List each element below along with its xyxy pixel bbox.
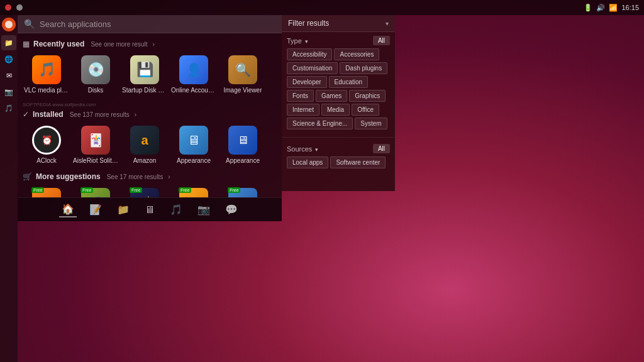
sidebar: 📁 🌐 ✉ 📷 🎵 (0, 15, 18, 362)
app-label-accounts: Online Accounts (171, 87, 216, 94)
app-label-aisle: AisleRiot Solitaire (73, 157, 118, 165)
app-item-lightlocker[interactable]: Free 🌙 Light Locker Settings (121, 185, 169, 197)
app-item-vlc[interactable]: 🎵 VLC media player (23, 52, 70, 97)
free-badge-kritag: Free (179, 187, 191, 193)
app-label-disks: Disks (88, 87, 103, 94)
image-icon: 🔍 (228, 55, 257, 84)
cat-home[interactable]: 🏠 (59, 202, 77, 217)
installed-title: Installed (33, 110, 64, 119)
app-label-appearance1: Appearance (177, 157, 211, 165)
type-section-title: Type ▾ (287, 37, 308, 45)
top-bar-right: 🔋 🔊 📶 16:15 (584, 4, 639, 12)
vlc-icon: 🎵 (32, 55, 61, 84)
sources-section-header: Sources ▾ All (287, 144, 390, 153)
suggestions-arrow: › (168, 173, 170, 180)
recently-used-icon: ▦ (23, 40, 30, 48)
cat-apps[interactable]: 📝 (87, 202, 104, 217)
top-bar: 🔋 🔊 📶 16:15 (0, 0, 644, 15)
filter-media[interactable]: Media (321, 104, 350, 116)
installed-link[interactable]: See 137 more results (70, 111, 130, 118)
app-item-window[interactable]: Free ℹ Window Mocker (219, 185, 267, 197)
app-item-accounts[interactable]: 👤 Online Accounts (170, 52, 218, 97)
softpedia-watermark: SOFTPEDIA www.softpedia.com (23, 102, 277, 107)
recently-used-header: ▦ Recently used See one more result › (23, 40, 277, 48)
cat-social[interactable]: 💬 (223, 202, 240, 217)
app-item-kritag[interactable]: Free ✏ Krita Gemini (170, 185, 218, 197)
volume-icon: 🔊 (596, 4, 605, 12)
app-item-amazon[interactable]: a Amazon (121, 123, 169, 167)
sources-section-title: Sources ▾ (287, 145, 318, 153)
filter-fonts[interactable]: Fonts (287, 90, 314, 102)
type-section-header: Type ▾ All (287, 36, 390, 45)
sidebar-item-3[interactable]: ✉ (1, 68, 16, 83)
filter-divider (282, 137, 395, 138)
app-item-appearance2[interactable]: 🖥 Appearance (219, 123, 267, 167)
cat-video[interactable]: 🖥 (142, 203, 157, 217)
filter-accessibility[interactable]: Accessibility (287, 48, 332, 60)
filter-customisation[interactable]: Customisation (287, 62, 338, 74)
filter-games[interactable]: Games (316, 90, 347, 102)
app-icon-amazon: a (130, 125, 160, 155)
app-item-startup[interactable]: 💾 Startup Disk Creator (121, 52, 169, 97)
app-item-disks[interactable]: 💿 Disks (72, 52, 119, 97)
suggestions-header: 🛒 More suggestions See 17 more results › (23, 172, 277, 181)
filter-science[interactable]: Science & Engine... (287, 118, 353, 129)
filter-accessories[interactable]: Accessories (334, 48, 379, 60)
filter-header: Filter results ▾ (282, 15, 395, 32)
app-item-image[interactable]: 🔍 Image Viewer (219, 52, 267, 97)
dash-panel: 🔍 ▦ Recently used See one more result › … (18, 15, 282, 221)
sidebar-item-5[interactable]: 🎵 (1, 101, 16, 116)
battery-icon: 🔋 (584, 4, 592, 12)
type-filter-section: Type ▾ All Accessibility Accessories Cus… (282, 32, 395, 134)
recently-used-arrow: › (152, 41, 154, 48)
type-chevron-icon: ▾ (305, 38, 308, 45)
app-icon-appearance1: 🖥 (179, 125, 209, 155)
installed-grid: ⏰ AClock 🃏 AisleRiot Solitaire a Amazon … (23, 123, 277, 167)
cat-files[interactable]: 📁 (114, 202, 132, 217)
filter-system[interactable]: System (355, 118, 387, 129)
app-icon-accounts: 👤 (179, 55, 209, 85)
filter-localapps[interactable]: Local apps (287, 156, 328, 168)
free-badge-kid3: Free (80, 187, 93, 193)
network-icon: 📶 (609, 4, 618, 12)
filter-office[interactable]: Office (352, 104, 379, 116)
filter-internet[interactable]: Internet (287, 104, 319, 116)
disks-icon: 💿 (81, 55, 110, 84)
app-item-appearance1[interactable]: 🖥 Appearance (170, 123, 218, 167)
app-icon-kritag: Free ✏ (179, 187, 209, 197)
ubuntu-indicator (5, 4, 11, 11)
filter-education[interactable]: Education (329, 76, 368, 88)
cat-photos[interactable]: 📷 (195, 202, 213, 217)
recently-used-link[interactable]: See one more result (91, 41, 147, 48)
type-all-button[interactable]: All (373, 36, 390, 45)
app-item-aclock[interactable]: ⏰ AClock (23, 123, 70, 167)
sidebar-item-2[interactable]: 🌐 (1, 52, 16, 67)
app-label-appearance2: Appearance (226, 157, 260, 165)
sidebar-item-1[interactable]: 📁 (1, 35, 16, 50)
app-item-kid3[interactable]: Free 🎵 Kid3-qt (72, 185, 119, 197)
aisle-icon: 🃏 (81, 126, 110, 155)
installed-header: ✓ Installed See 137 more results › (23, 110, 277, 119)
app-icon-appearance2: 🖥 (228, 125, 258, 155)
dash-content: ▦ Recently used See one more result › 🎵 … (18, 33, 282, 197)
suggestions-link[interactable]: See 17 more results (107, 173, 164, 180)
app-icon-lightlocker: Free 🌙 (130, 187, 160, 197)
accounts-icon: 👤 (179, 55, 208, 84)
clock: 16:15 (621, 4, 639, 11)
installed-arrow: › (135, 111, 136, 118)
app-icon-disks: 💿 (80, 55, 111, 85)
suggestions-grid: Free ✏ Krita Sketch Free 🎵 Kid3-qt Free … (23, 185, 277, 197)
app-item-aisle[interactable]: 🃏 AisleRiot Solitaire (72, 123, 119, 167)
app-item-krita[interactable]: Free ✏ Krita Sketch (23, 185, 70, 197)
ubuntu-button[interactable] (2, 18, 16, 31)
cat-music[interactable]: 🎵 (167, 202, 185, 217)
sources-all-button[interactable]: All (373, 144, 390, 153)
svg-point-0 (5, 21, 13, 28)
filter-dashplugins[interactable]: Dash plugins (340, 62, 387, 74)
sidebar-item-4[interactable]: 📷 (1, 84, 16, 99)
app-icon-krita: Free ✏ (31, 187, 62, 197)
filter-developer[interactable]: Developer (287, 76, 327, 88)
filter-softwarecenter[interactable]: Software center (330, 156, 386, 168)
search-input[interactable] (40, 19, 275, 29)
filter-graphics[interactable]: Graphics (349, 90, 386, 102)
